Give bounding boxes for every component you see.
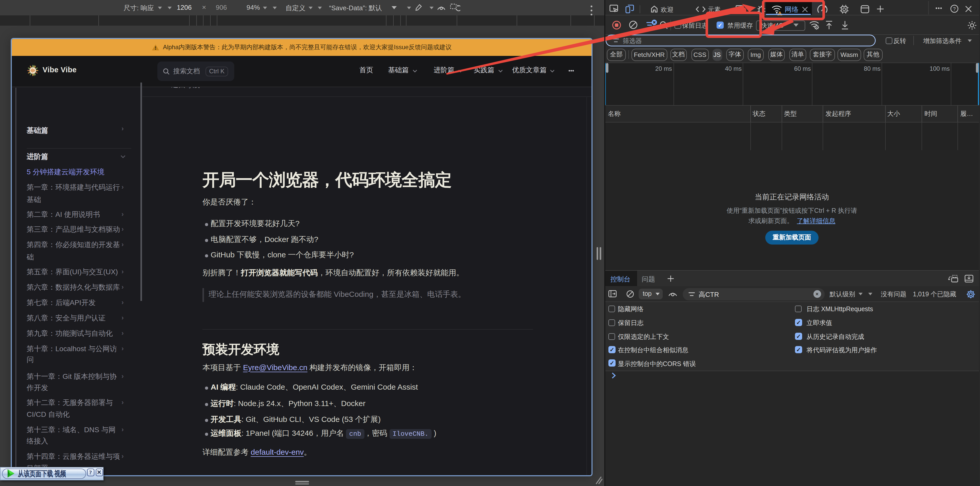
svg-text:?: ? — [953, 6, 956, 11]
